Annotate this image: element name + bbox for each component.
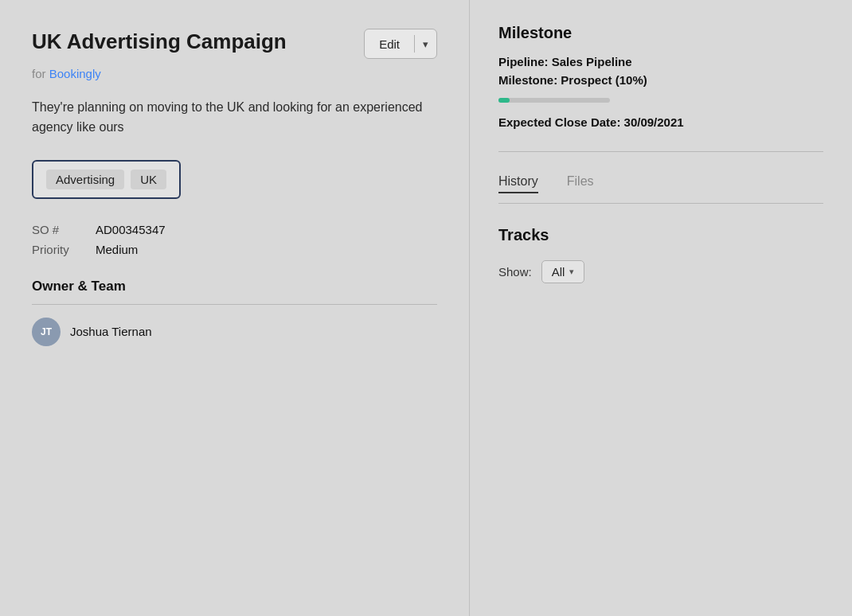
avatar: JT [32,318,61,346]
milestone-title: Milestone [498,24,823,42]
show-select-value: All [552,265,565,279]
owner-section-heading: Owner & Team [32,279,437,294]
left-panel: UK Advertising Campaign Edit ▾ for Booki… [0,0,470,616]
so-label: SO # [32,223,96,236]
so-number-row: SO # AD00345347 [32,223,437,236]
edit-button-group[interactable]: Edit ▾ [364,29,437,59]
title-row: UK Advertising Campaign Edit ▾ [32,29,437,59]
milestone-row: Milestone: Prospect (10%) [498,73,823,87]
pipeline-label: Pipeline: [498,55,549,68]
so-value: AD00345347 [96,223,166,236]
show-select[interactable]: All ▾ [541,260,585,283]
right-panel: Milestone Pipeline: Sales Pipeline Miles… [470,0,852,616]
chevron-down-icon: ▾ [423,38,428,50]
close-date-row: Expected Close Date: 30/09/2021 [498,115,823,129]
milestone-label: Milestone: [498,73,557,87]
for-label: for [32,67,46,80]
milestone-section: Milestone Pipeline: Sales Pipeline Miles… [498,24,823,152]
show-row: Show: All ▾ [498,260,823,283]
edit-dropdown-button[interactable]: ▾ [415,29,436,58]
tag-advertising[interactable]: Advertising [46,170,124,189]
owner-divider [32,304,437,305]
priority-row: Priority Medium [32,243,437,256]
edit-button[interactable]: Edit [365,29,414,58]
close-date-value: 30/09/2021 [624,115,684,129]
for-link-row: for Bookingly [32,67,437,80]
tabs-row: History Files [498,174,823,204]
pipeline-row: Pipeline: Sales Pipeline [498,55,823,68]
priority-label: Priority [32,243,96,256]
chevron-down-icon: ▾ [569,267,574,277]
pipeline-value: Sales Pipeline [552,55,632,68]
description-text: They're planning on moving to the UK and… [32,98,437,138]
priority-value: Medium [96,243,138,256]
show-label: Show: [498,265,532,279]
campaign-title: UK Advertising Campaign [32,29,287,55]
owner-name: Joshua Tiernan [70,325,152,338]
tab-history[interactable]: History [498,174,538,193]
progress-bar-fill [498,98,510,103]
progress-bar-container [498,98,610,103]
owner-row: JT Joshua Tiernan [32,318,437,346]
main-layout: UK Advertising Campaign Edit ▾ for Booki… [0,0,852,616]
tab-files[interactable]: Files [567,174,594,193]
close-date-label: Expected Close Date: [498,115,620,129]
tags-container[interactable]: Advertising UK [32,160,181,199]
tracks-title: Tracks [498,226,823,244]
milestone-value: Prospect (10%) [561,73,647,87]
tag-uk[interactable]: UK [131,170,166,189]
company-link[interactable]: Bookingly [49,67,101,80]
